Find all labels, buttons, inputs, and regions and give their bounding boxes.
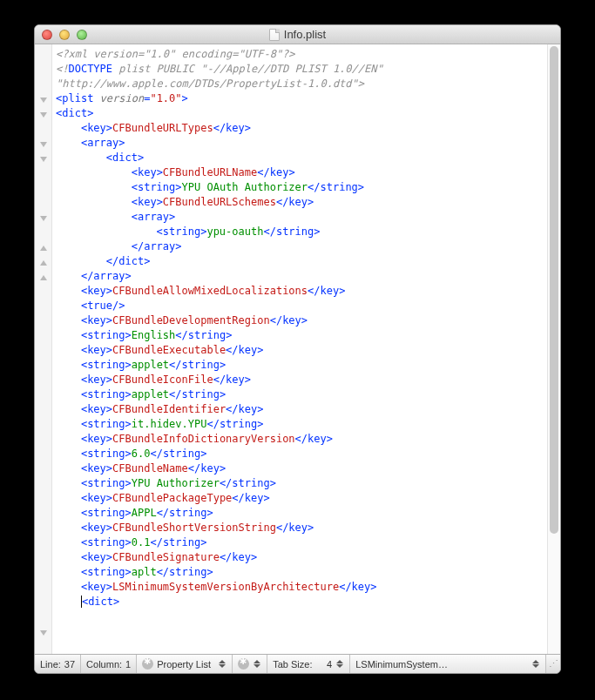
status-bar: Line: 37 Column: 1 Property List Tab Siz…: [35, 654, 560, 673]
settings-menu[interactable]: [233, 655, 267, 673]
scrollbar-thumb[interactable]: [550, 46, 558, 534]
vertical-scrollbar[interactable]: [547, 44, 560, 654]
fold-icon[interactable]: [40, 216, 47, 221]
dropdown-arrows-icon: [335, 660, 344, 668]
editor-area: <?xml version="1.0" encoding="UTF-8"?> <…: [35, 44, 560, 654]
dropdown-arrows-icon: [253, 660, 261, 668]
xml-prolog: <?xml version="1.0" encoding="UTF-8"?>: [56, 48, 295, 60]
dropdown-arrows-icon: [531, 660, 540, 668]
gutter[interactable]: [35, 44, 52, 654]
symbol-selector[interactable]: LSMinimumSystem…: [350, 655, 546, 673]
fold-icon[interactable]: [40, 157, 47, 162]
dropdown-arrows-icon: [218, 660, 227, 668]
fold-icon[interactable]: [40, 142, 47, 147]
fold-up-icon[interactable]: [40, 260, 47, 266]
tab-size-selector[interactable]: Tab Size: 4: [267, 655, 350, 673]
fold-icon[interactable]: [40, 98, 47, 103]
fold-up-icon[interactable]: [40, 246, 47, 251]
status-line[interactable]: Line: 37: [35, 655, 81, 673]
gear-icon: [238, 658, 249, 670]
traffic-lights: [35, 30, 87, 40]
fold-icon[interactable]: [40, 112, 47, 118]
filename: Info.plist: [284, 28, 326, 41]
language-selector[interactable]: Property List: [137, 655, 233, 673]
zoom-icon[interactable]: [77, 30, 87, 40]
titlebar[interactable]: Info.plist: [35, 25, 560, 44]
code-view[interactable]: <?xml version="1.0" encoding="UTF-8"?> <…: [52, 44, 547, 654]
status-column[interactable]: Column: 1: [81, 655, 137, 673]
editor-window: Info.plist <?xml version="1.0" encoding: [34, 24, 561, 674]
resize-grip[interactable]: ⋰: [546, 655, 560, 673]
document-icon: [269, 29, 280, 41]
gear-icon: [142, 658, 153, 670]
fold-up-icon[interactable]: [40, 275, 47, 280]
fold-icon[interactable]: [40, 630, 47, 636]
close-icon[interactable]: [42, 30, 52, 40]
minimize-icon[interactable]: [59, 30, 70, 40]
window-title: Info.plist: [35, 28, 560, 41]
